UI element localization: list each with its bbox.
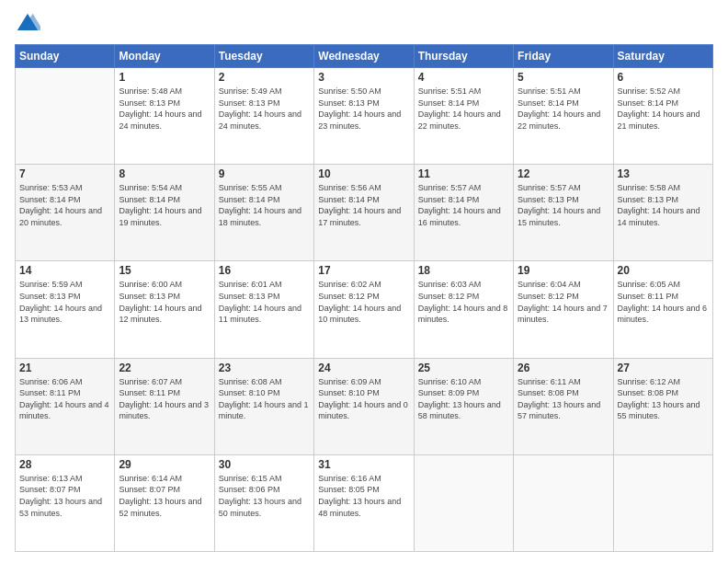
day-header-saturday: Saturday: [613, 45, 712, 68]
calendar-cell: 24Sunrise: 6:09 AMSunset: 8:10 PMDayligh…: [314, 358, 414, 454]
day-header-friday: Friday: [514, 45, 613, 68]
calendar-cell: 27Sunrise: 6:12 AMSunset: 8:08 PMDayligh…: [613, 358, 712, 454]
calendar-cell: 15Sunrise: 6:00 AMSunset: 8:13 PMDayligh…: [115, 261, 214, 358]
day-info: Sunrise: 6:04 AMSunset: 8:12 PMDaylight:…: [518, 279, 609, 325]
day-info: Sunrise: 5:58 AMSunset: 8:13 PMDaylight:…: [618, 182, 709, 228]
day-number: 6: [618, 71, 709, 84]
calendar-cell: 3Sunrise: 5:50 AMSunset: 8:13 PMDaylight…: [314, 68, 414, 165]
day-number: 12: [518, 167, 609, 180]
day-number: 21: [19, 362, 110, 374]
calendar-cell: 16Sunrise: 6:01 AMSunset: 8:13 PMDayligh…: [214, 261, 313, 358]
calendar-cell: 31Sunrise: 6:16 AMSunset: 8:05 PMDayligh…: [314, 454, 414, 551]
day-number: 16: [219, 264, 310, 277]
day-info: Sunrise: 5:50 AMSunset: 8:13 PMDaylight:…: [318, 86, 409, 132]
day-number: 4: [418, 71, 509, 84]
day-number: 3: [318, 71, 409, 84]
day-header-sunday: Sunday: [16, 45, 115, 68]
header-row: SundayMondayTuesdayWednesdayThursdayFrid…: [16, 45, 713, 68]
calendar-cell: 14Sunrise: 5:59 AMSunset: 8:13 PMDayligh…: [16, 261, 115, 358]
calendar-cell: 20Sunrise: 6:05 AMSunset: 8:11 PMDayligh…: [613, 261, 712, 358]
calendar-cell: 19Sunrise: 6:04 AMSunset: 8:12 PMDayligh…: [514, 261, 613, 358]
day-info: Sunrise: 5:55 AMSunset: 8:14 PMDaylight:…: [219, 182, 310, 228]
day-number: 25: [418, 362, 509, 374]
day-info: Sunrise: 6:02 AMSunset: 8:12 PMDaylight:…: [318, 279, 409, 325]
day-info: Sunrise: 5:48 AMSunset: 8:13 PMDaylight:…: [119, 86, 210, 132]
calendar-cell: 28Sunrise: 6:13 AMSunset: 8:07 PMDayligh…: [16, 454, 115, 551]
calendar-cell: 25Sunrise: 6:10 AMSunset: 8:09 PMDayligh…: [414, 358, 513, 454]
calendar-cell: 2Sunrise: 5:49 AMSunset: 8:13 PMDaylight…: [214, 68, 313, 165]
day-number: 9: [219, 167, 310, 180]
calendar-cell: 7Sunrise: 5:53 AMSunset: 8:14 PMDaylight…: [16, 165, 115, 261]
calendar-cell: 12Sunrise: 5:57 AMSunset: 8:13 PMDayligh…: [514, 165, 613, 261]
calendar-cell: 23Sunrise: 6:08 AMSunset: 8:10 PMDayligh…: [214, 358, 313, 454]
day-number: 8: [119, 167, 210, 180]
day-number: 30: [219, 458, 310, 471]
calendar-cell: 22Sunrise: 6:07 AMSunset: 8:11 PMDayligh…: [115, 358, 214, 454]
day-number: 23: [219, 362, 310, 374]
calendar-cell: 11Sunrise: 5:57 AMSunset: 8:14 PMDayligh…: [414, 165, 513, 261]
day-info: Sunrise: 5:51 AMSunset: 8:14 PMDaylight:…: [418, 86, 509, 132]
logo: [15, 11, 44, 37]
day-info: Sunrise: 6:15 AMSunset: 8:06 PMDaylight:…: [219, 473, 310, 519]
calendar-cell: 17Sunrise: 6:02 AMSunset: 8:12 PMDayligh…: [314, 261, 414, 358]
day-info: Sunrise: 6:07 AMSunset: 8:11 PMDaylight:…: [119, 376, 210, 422]
day-number: 14: [19, 264, 110, 277]
day-number: 28: [19, 458, 110, 471]
day-number: 27: [618, 362, 709, 374]
calendar-week-row: 28Sunrise: 6:13 AMSunset: 8:07 PMDayligh…: [16, 454, 713, 551]
day-info: Sunrise: 6:11 AMSunset: 8:08 PMDaylight:…: [518, 376, 609, 422]
calendar-header: SundayMondayTuesdayWednesdayThursdayFrid…: [16, 45, 713, 68]
calendar-body: 1Sunrise: 5:48 AMSunset: 8:13 PMDaylight…: [16, 68, 713, 552]
day-info: Sunrise: 6:14 AMSunset: 8:07 PMDaylight:…: [119, 473, 210, 519]
day-info: Sunrise: 5:52 AMSunset: 8:14 PMDaylight:…: [618, 86, 709, 132]
calendar-cell: 10Sunrise: 5:56 AMSunset: 8:14 PMDayligh…: [314, 165, 414, 261]
calendar-cell: 18Sunrise: 6:03 AMSunset: 8:12 PMDayligh…: [414, 261, 513, 358]
day-header-thursday: Thursday: [414, 45, 513, 68]
day-info: Sunrise: 5:59 AMSunset: 8:13 PMDaylight:…: [19, 279, 110, 325]
calendar-cell: 9Sunrise: 5:55 AMSunset: 8:14 PMDaylight…: [214, 165, 313, 261]
day-info: Sunrise: 6:08 AMSunset: 8:10 PMDaylight:…: [219, 376, 310, 422]
day-number: 17: [318, 264, 409, 277]
calendar-cell: 5Sunrise: 5:51 AMSunset: 8:14 PMDaylight…: [514, 68, 613, 165]
day-number: 2: [219, 71, 310, 84]
day-number: 11: [418, 167, 509, 180]
calendar-week-row: 1Sunrise: 5:48 AMSunset: 8:13 PMDaylight…: [16, 68, 713, 165]
calendar-cell: 26Sunrise: 6:11 AMSunset: 8:08 PMDayligh…: [514, 358, 613, 454]
day-info: Sunrise: 6:05 AMSunset: 8:11 PMDaylight:…: [618, 279, 709, 325]
calendar-table: SundayMondayTuesdayWednesdayThursdayFrid…: [15, 44, 713, 552]
page: SundayMondayTuesdayWednesdayThursdayFrid…: [0, 0, 728, 563]
day-header-tuesday: Tuesday: [214, 45, 313, 68]
day-info: Sunrise: 6:00 AMSunset: 8:13 PMDaylight:…: [119, 279, 210, 325]
day-info: Sunrise: 5:57 AMSunset: 8:14 PMDaylight:…: [418, 182, 509, 228]
day-info: Sunrise: 5:57 AMSunset: 8:13 PMDaylight:…: [518, 182, 609, 228]
day-number: 7: [19, 167, 110, 180]
day-info: Sunrise: 6:01 AMSunset: 8:13 PMDaylight:…: [219, 279, 310, 325]
calendar-week-row: 21Sunrise: 6:06 AMSunset: 8:11 PMDayligh…: [16, 358, 713, 454]
day-number: 15: [119, 264, 210, 277]
day-info: Sunrise: 6:06 AMSunset: 8:11 PMDaylight:…: [19, 376, 110, 422]
day-number: 29: [119, 458, 210, 471]
day-info: Sunrise: 5:51 AMSunset: 8:14 PMDaylight:…: [518, 86, 609, 132]
day-number: 13: [618, 167, 709, 180]
day-info: Sunrise: 6:03 AMSunset: 8:12 PMDaylight:…: [418, 279, 509, 325]
calendar-cell: 6Sunrise: 5:52 AMSunset: 8:14 PMDaylight…: [613, 68, 712, 165]
day-header-monday: Monday: [115, 45, 214, 68]
day-info: Sunrise: 5:53 AMSunset: 8:14 PMDaylight:…: [19, 182, 110, 228]
calendar-cell: [414, 454, 513, 551]
day-number: 19: [518, 264, 609, 277]
calendar-cell: 8Sunrise: 5:54 AMSunset: 8:14 PMDaylight…: [115, 165, 214, 261]
calendar-cell: [514, 454, 613, 551]
day-info: Sunrise: 5:49 AMSunset: 8:13 PMDaylight:…: [219, 86, 310, 132]
calendar-cell: [613, 454, 712, 551]
calendar-cell: 1Sunrise: 5:48 AMSunset: 8:13 PMDaylight…: [115, 68, 214, 165]
day-number: 1: [119, 71, 210, 84]
calendar-cell: 4Sunrise: 5:51 AMSunset: 8:14 PMDaylight…: [414, 68, 513, 165]
day-info: Sunrise: 5:54 AMSunset: 8:14 PMDaylight:…: [119, 182, 210, 228]
day-info: Sunrise: 6:09 AMSunset: 8:10 PMDaylight:…: [318, 376, 409, 422]
calendar-cell: 13Sunrise: 5:58 AMSunset: 8:13 PMDayligh…: [613, 165, 712, 261]
day-info: Sunrise: 6:10 AMSunset: 8:09 PMDaylight:…: [418, 376, 509, 422]
header: [15, 11, 713, 37]
day-number: 24: [318, 362, 409, 374]
logo-icon: [15, 11, 40, 37]
day-number: 26: [518, 362, 609, 374]
